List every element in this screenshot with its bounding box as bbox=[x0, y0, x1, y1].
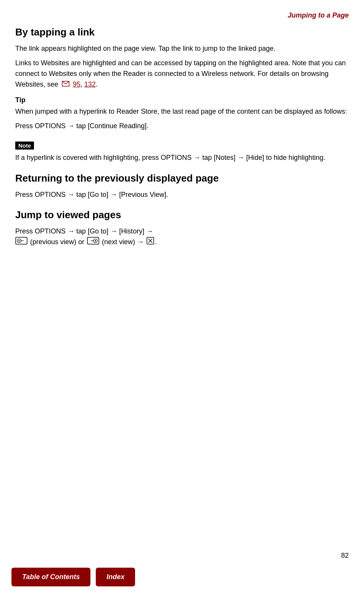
note-badge: Note bbox=[15, 142, 34, 150]
arrow-note1: → bbox=[193, 154, 202, 161]
section2-instruction: Press OPTIONS → tap [Go to] → [Previous … bbox=[15, 190, 349, 200]
section1-para2: Links to Websites are highlighted and ca… bbox=[15, 58, 349, 90]
arrow-s2-1: → bbox=[68, 191, 76, 198]
tip-instruction: Press OPTIONS → tap [Continue Reading]. bbox=[15, 121, 349, 132]
next-view-icon bbox=[87, 237, 99, 248]
section1-heading: By tapping a link bbox=[15, 26, 349, 38]
table-of-contents-button[interactable]: Table of Contents bbox=[11, 568, 90, 586]
link-page-95[interactable]: 95 bbox=[73, 80, 81, 88]
close-x-icon bbox=[147, 237, 154, 248]
arrow-s3-1: → bbox=[68, 227, 76, 235]
envelope-icon bbox=[62, 79, 69, 90]
arrow-s3-3: → bbox=[146, 227, 153, 235]
page-container: Jumping to a Page By tapping a link The … bbox=[0, 0, 364, 594]
arrow-s2-2: → bbox=[110, 191, 119, 198]
page-number: 82 bbox=[341, 552, 349, 560]
prev-view-icon bbox=[15, 237, 27, 248]
arrow1: → bbox=[68, 122, 76, 130]
arrow-note2: → bbox=[237, 154, 246, 161]
section3-instruction: Press OPTIONS → tap [Go to] → [History] … bbox=[15, 226, 349, 248]
section1-para1: The link appears highlighted on the page… bbox=[15, 43, 349, 54]
arrow-s3-2: → bbox=[110, 227, 119, 235]
link-page-132[interactable]: 132 bbox=[84, 80, 96, 88]
arrow-s3-4: → bbox=[137, 238, 146, 246]
bottom-buttons-container: Table of Contents Index bbox=[11, 568, 135, 586]
section2-heading: Returning to the previously displayed pa… bbox=[15, 172, 349, 184]
tip-heading: Tip bbox=[15, 96, 349, 104]
page-header-title: Jumping to a Page bbox=[15, 11, 349, 19]
section3-heading: Jump to viewed pages bbox=[15, 209, 349, 221]
tip-text: When jumped with a hyperlink to Reader S… bbox=[15, 106, 349, 117]
index-button[interactable]: Index bbox=[96, 568, 135, 586]
note-text: If a hyperlink is covered with highlight… bbox=[15, 153, 349, 163]
